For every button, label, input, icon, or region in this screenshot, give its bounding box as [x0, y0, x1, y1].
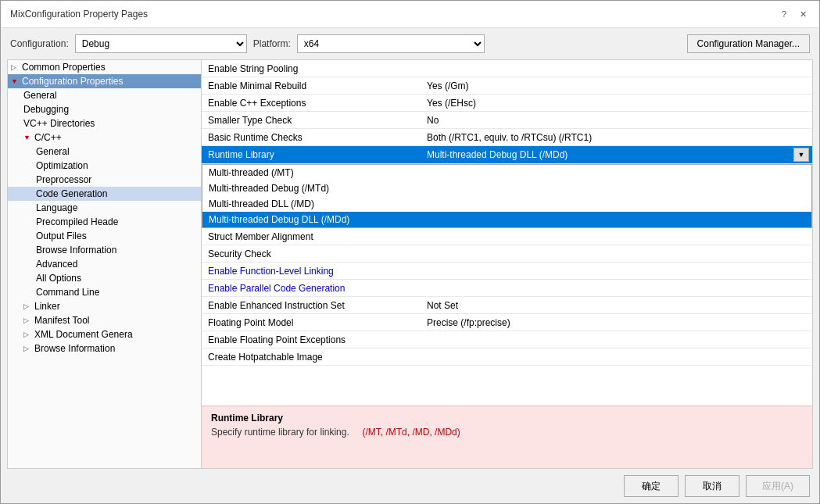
- sidebar-item-label: Language: [36, 202, 77, 213]
- prop-value: Both (/RTC1, equiv. to /RTCsu) (/RTC1): [421, 130, 812, 145]
- prop-basic-runtime-checks[interactable]: Basic Runtime Checks Both (/RTC1, equiv.…: [202, 129, 812, 146]
- sidebar-item-config-props[interactable]: ▼ Configuration Properties: [8, 74, 201, 88]
- sidebar-item-label: All Options: [36, 273, 81, 284]
- dropdown-option-mtd[interactable]: Multi-threaded Debug (/MTd): [202, 181, 811, 196]
- sidebar-item-browse-info2[interactable]: ▷ Browse Information: [8, 341, 201, 356]
- sidebar-item-label: Browse Information: [34, 343, 115, 354]
- sidebar-item-linker[interactable]: ▷ Linker: [8, 299, 201, 313]
- config-manager-button[interactable]: Configuration Manager...: [687, 34, 810, 53]
- prop-name: Runtime Library: [202, 148, 421, 162]
- prop-smaller-type-check[interactable]: Smaller Type Check No: [202, 112, 812, 129]
- sidebar-item-command-line[interactable]: Command Line: [8, 285, 201, 299]
- arrow-icon: ▷: [11, 63, 20, 71]
- sidebar-item-precompiled[interactable]: Precompiled Heade: [8, 215, 201, 229]
- dialog-title: MixConfiguration Property Pages: [10, 9, 148, 20]
- title-bar: MixConfiguration Property Pages ? ✕: [1, 1, 819, 28]
- close-button[interactable]: ✕: [796, 7, 810, 21]
- sidebar-item-label: Advanced: [36, 259, 77, 270]
- main-content: ▷ Common Properties ▼ Configuration Prop…: [7, 59, 813, 469]
- config-select[interactable]: Debug: [75, 34, 247, 53]
- sidebar-item-advanced[interactable]: Advanced: [8, 257, 201, 271]
- sidebar-item-preprocessor[interactable]: Preprocessor: [8, 173, 201, 187]
- prop-value-dropdown: Multi-threaded Debug DLL (/MDd) ▼: [421, 146, 812, 163]
- prop-enable-string-pooling[interactable]: Enable String Pooling: [202, 60, 812, 77]
- prop-name: Enable Minimal Rebuild: [202, 79, 421, 93]
- sidebar-item-all-options[interactable]: All Options: [8, 271, 201, 285]
- prop-parallel-code-gen[interactable]: Enable Parallel Code Generation: [202, 280, 812, 297]
- prop-floating-point-model[interactable]: Floating Point Model Precise (/fp:precis…: [202, 314, 812, 331]
- apply-button[interactable]: 应用(A): [746, 475, 810, 497]
- prop-value: [421, 287, 812, 290]
- sidebar-item-code-gen[interactable]: Code Generation: [8, 187, 201, 201]
- sidebar-item-label: Precompiled Heade: [36, 216, 118, 227]
- prop-value: Yes (/EHsc): [421, 96, 812, 110]
- info-panel-desc-text: Specify runtime library for linking.: [211, 427, 349, 438]
- config-label: Configuration:: [10, 38, 69, 49]
- arrow-icon: ▼: [23, 134, 33, 141]
- sidebar-item-language[interactable]: Language: [8, 201, 201, 215]
- arrow-icon: ▷: [23, 331, 33, 338]
- sidebar-item-general[interactable]: General: [8, 88, 201, 102]
- sidebar-item-label: C/C++: [34, 132, 62, 143]
- prop-value: [421, 338, 812, 341]
- sidebar-item-label: XML Document Genera: [34, 329, 133, 340]
- prop-function-level-linking[interactable]: Enable Function-Level Linking: [202, 263, 812, 280]
- prop-value: Yes (/Gm): [421, 79, 812, 93]
- prop-name: Enable Function-Level Linking: [202, 264, 421, 278]
- sidebar-item-cpp-general[interactable]: General: [8, 145, 201, 159]
- prop-hotpatchable-image[interactable]: Create Hotpatchable Image: [202, 349, 812, 366]
- right-panel: Enable String Pooling Enable Minimal Reb…: [202, 60, 812, 468]
- sidebar-item-label: Configuration Properties: [22, 76, 123, 87]
- arrow-icon: ▷: [23, 302, 33, 310]
- prop-runtime-library[interactable]: Runtime Library Multi-threaded Debug DLL…: [202, 146, 812, 164]
- prop-enable-minimal-rebuild[interactable]: Enable Minimal Rebuild Yes (/Gm): [202, 77, 812, 95]
- sidebar-item-debugging[interactable]: Debugging: [8, 102, 201, 116]
- prop-value: No: [421, 113, 812, 127]
- cancel-button[interactable]: 取消: [685, 475, 739, 497]
- prop-name: Enable Enhanced Instruction Set: [202, 298, 421, 313]
- prop-name: Enable String Pooling: [202, 62, 421, 76]
- prop-value: Precise (/fp:precise): [421, 316, 812, 330]
- sidebar-item-optimization[interactable]: Optimization: [8, 159, 201, 173]
- prop-name: Smaller Type Check: [202, 113, 421, 127]
- dropdown-option-md[interactable]: Multi-threaded DLL (/MD): [202, 196, 811, 212]
- sidebar-item-label: VC++ Directories: [23, 118, 95, 129]
- sidebar-item-label: Debugging: [23, 104, 69, 115]
- prop-enable-cpp-exceptions[interactable]: Enable C++ Exceptions Yes (/EHsc): [202, 95, 812, 112]
- help-button[interactable]: ?: [777, 7, 791, 21]
- dropdown-option-mdd[interactable]: Multi-threaded Debug DLL (/MDd): [202, 212, 811, 227]
- sidebar-item-xml-doc[interactable]: ▷ XML Document Genera: [8, 327, 201, 341]
- sidebar-item-common-props[interactable]: ▷ Common Properties: [8, 60, 201, 74]
- dropdown-option-mt[interactable]: Multi-threaded (/MT): [202, 165, 811, 181]
- prop-value: [421, 356, 812, 359]
- prop-name: Enable Parallel Code Generation: [202, 281, 421, 295]
- ok-button[interactable]: 确定: [624, 475, 679, 497]
- sidebar-item-label: Preprocessor: [36, 174, 91, 185]
- prop-value: Not Set: [421, 298, 812, 313]
- bottom-bar: 确定 取消 应用(A): [1, 469, 819, 503]
- info-panel-title: Runtime Library: [211, 413, 803, 424]
- prop-enhanced-instruction[interactable]: Enable Enhanced Instruction Set Not Set: [202, 297, 812, 314]
- sidebar-item-label: Linker: [34, 301, 60, 312]
- prop-struct-member-alignment[interactable]: Struct Member Alignment: [202, 228, 812, 245]
- dropdown-arrow-button[interactable]: ▼: [793, 148, 809, 162]
- info-panel: Runtime Library Specify runtime library …: [202, 406, 812, 468]
- prop-security-check[interactable]: Security Check: [202, 245, 812, 263]
- prop-floating-point-exceptions[interactable]: Enable Floating Point Exceptions: [202, 331, 812, 349]
- platform-select[interactable]: x64: [297, 34, 485, 53]
- info-panel-options: (/MT, /MTd, /MD, /MDd): [362, 427, 460, 438]
- sidebar-item-label: Command Line: [36, 287, 99, 298]
- prop-name: Create Hotpatchable Image: [202, 350, 421, 364]
- sidebar-item-output-files[interactable]: Output Files: [8, 229, 201, 243]
- info-panel-description: Specify runtime library for linking. (/M…: [211, 427, 803, 438]
- config-row: Configuration: Debug Platform: x64 Confi…: [1, 28, 819, 59]
- prop-name: Security Check: [202, 247, 421, 261]
- arrow-icon: ▷: [23, 345, 33, 352]
- sidebar-item-cpp[interactable]: ▼ C/C++: [8, 130, 201, 145]
- sidebar-item-label: Output Files: [36, 231, 87, 241]
- sidebar-item-vc-dirs[interactable]: VC++ Directories: [8, 116, 201, 130]
- sidebar-item-browse-info[interactable]: Browse Information: [8, 243, 201, 257]
- sidebar-item-manifest-tool[interactable]: ▷ Manifest Tool: [8, 313, 201, 327]
- prop-name: Enable C++ Exceptions: [202, 96, 421, 110]
- prop-value: [421, 252, 812, 256]
